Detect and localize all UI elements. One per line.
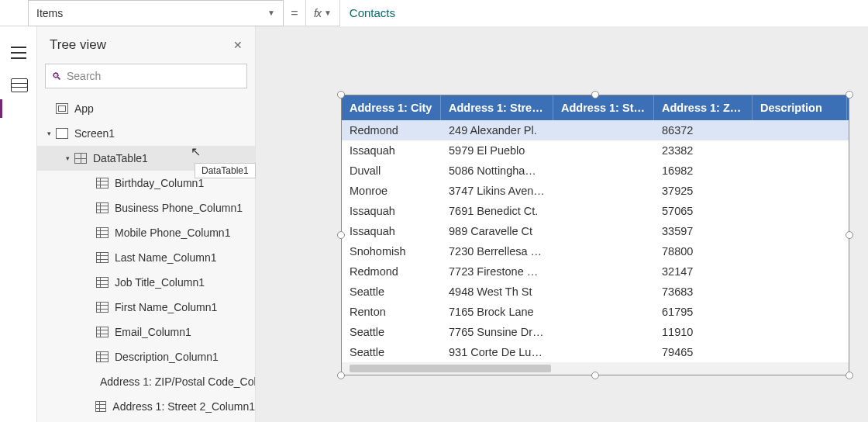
table-row[interactable]: Renton7165 Brock Lane61795 [342, 302, 849, 322]
tree-view-icon[interactable] [11, 76, 26, 92]
resize-handle[interactable] [337, 231, 345, 239]
table-cell: Seattle [342, 282, 441, 302]
column-icon [95, 401, 106, 412]
tree-node-column[interactable]: ▶Business Phone_Column1 [37, 195, 255, 220]
table-cell: Monroe [342, 181, 441, 201]
tree-node-label: Description_Column1 [115, 351, 219, 363]
table-cell [553, 161, 654, 181]
table-cell [753, 282, 847, 302]
table-cell [753, 302, 847, 322]
table-row[interactable]: Seattle931 Corte De Lu…79465 [342, 342, 849, 362]
equals-label: = [284, 6, 305, 20]
resize-handle[interactable] [337, 372, 345, 379]
caret-down-icon[interactable]: ▾ [45, 130, 53, 137]
table-cell [553, 120, 654, 140]
table-cell [753, 161, 847, 181]
column-header[interactable]: Description [753, 95, 847, 120]
table-cell [553, 282, 654, 302]
table-cell: 7230 Berrellesa … [441, 241, 553, 261]
table-cell [553, 181, 654, 201]
tree-node-column[interactable]: ▶Email_Column1 [37, 320, 255, 344]
table-cell: 4948 West Th St [441, 282, 553, 302]
table-row[interactable]: Duvall5086 Nottingha…16982 [342, 161, 849, 181]
column-header[interactable]: Address 1: Stree… [441, 95, 553, 120]
table-cell: 989 Caravelle Ct [441, 221, 553, 241]
resize-handle[interactable] [846, 372, 853, 379]
column-icon [96, 302, 108, 313]
search-input[interactable] [67, 70, 240, 82]
tree-node-datatable[interactable]: ▾ DataTable1 [37, 146, 255, 171]
tree-node-label: Mobile Phone_Column1 [115, 227, 230, 239]
table-row[interactable]: Redmond249 Alexander Pl.86372 [342, 120, 849, 140]
table-cell: Snohomish [342, 241, 441, 261]
tree-node-column[interactable]: ▶Address 1: Street 2_Column1 [37, 394, 255, 419]
tree-node-column[interactable]: ▶First Name_Column1 [37, 295, 255, 320]
column-icon [96, 277, 108, 288]
table-row[interactable]: Seattle7765 Sunsine Dr…11910 [342, 322, 849, 342]
tree-node-screen[interactable]: ▾ Screen1 [37, 121, 255, 146]
table-row[interactable]: Snohomish7230 Berrellesa …78800 [342, 241, 849, 261]
left-rail [0, 26, 37, 422]
table-cell: 57065 [654, 201, 753, 221]
table-cell: 33597 [654, 221, 753, 241]
table-row[interactable]: Issaquah7691 Benedict Ct.57065 [342, 201, 849, 221]
resize-handle[interactable] [846, 91, 853, 99]
table-cell [553, 241, 654, 261]
caret-down-icon[interactable]: ▾ [64, 154, 71, 162]
table-row[interactable]: Redmond7723 Firestone …32147 [342, 261, 849, 282]
datatable-body: Redmond249 Alexander Pl.86372Issaquah597… [342, 120, 849, 362]
tree-node-column[interactable]: ▶Last Name_Column1 [37, 245, 255, 270]
table-cell: Duvall [342, 161, 441, 181]
resize-handle[interactable] [337, 91, 345, 99]
column-header[interactable]: Address 1: ZIP/P… [654, 95, 753, 120]
table-row[interactable]: Seattle4948 West Th St73683 [342, 282, 849, 302]
table-cell [553, 322, 654, 342]
table-row[interactable]: Monroe3747 Likins Aven…37925 [342, 181, 849, 201]
canvas[interactable]: Address 1: CityAddress 1: Stree…Address … [256, 26, 868, 422]
tree-node-column[interactable]: ▶Mobile Phone_Column1 [37, 220, 255, 245]
resize-handle[interactable] [591, 91, 599, 99]
tree-node-column[interactable]: ▶Birthday_Column1 [37, 171, 255, 195]
table-cell: 79465 [654, 342, 753, 362]
table-cell: 7765 Sunsine Dr… [441, 322, 553, 342]
column-header[interactable]: Address 1: City [342, 95, 441, 120]
tree-view-title: Tree view [50, 37, 106, 53]
fx-toggle[interactable]: fx ▼ [305, 0, 339, 26]
table-row[interactable]: Issaquah989 Caravelle Ct33597 [342, 221, 849, 241]
tree-node-label: Business Phone_Column1 [115, 202, 243, 214]
table-cell: 73683 [654, 282, 753, 302]
formula-input[interactable]: Contacts [339, 0, 868, 26]
scrollbar-thumb[interactable] [350, 365, 551, 372]
property-dropdown[interactable]: Items ▼ [28, 0, 284, 26]
resize-handle[interactable] [846, 231, 853, 239]
column-icon [96, 227, 108, 238]
table-cell: Renton [342, 302, 441, 322]
resize-handle[interactable] [591, 372, 599, 379]
chevron-down-icon: ▼ [324, 9, 332, 17]
table-cell [753, 181, 847, 201]
column-icon [96, 202, 108, 213]
table-row[interactable]: Issaquah5979 El Pueblo23382 [342, 140, 849, 161]
table-cell: 3747 Likins Aven… [441, 181, 553, 201]
datatable-control[interactable]: Address 1: CityAddress 1: Stree…Address … [341, 95, 849, 375]
table-cell [753, 120, 847, 140]
table-cell [553, 221, 654, 241]
table-cell: 78800 [654, 241, 753, 261]
table-cell [753, 201, 847, 221]
tree-node-app[interactable]: ▶ App [37, 96, 255, 121]
datatable-header: Address 1: CityAddress 1: Stree…Address … [342, 95, 849, 120]
chevron-down-icon: ▼ [267, 9, 275, 17]
close-icon[interactable]: ✕ [233, 39, 243, 51]
hamburger-icon[interactable] [11, 47, 26, 59]
column-header[interactable]: Address 1: Stree… [553, 95, 654, 120]
tree-node-label: Last Name_Column1 [115, 251, 217, 264]
tree-node-label: Screen1 [74, 127, 115, 140]
table-cell [553, 302, 654, 322]
tree-node-column[interactable]: ▶Job Title_Column1 [37, 270, 255, 295]
formula-bar: Items ▼ = fx ▼ Contacts [0, 0, 868, 26]
tree-node-column[interactable]: ▶Address 1: ZIP/Postal Code_Column1 [37, 369, 255, 394]
table-cell: Issaquah [342, 140, 441, 161]
tree-node-column[interactable]: ▶Description_Column1 [37, 344, 255, 369]
tree-node-label: First Name_Column1 [115, 301, 217, 313]
search-box[interactable]: 🔍︎ [45, 64, 247, 88]
